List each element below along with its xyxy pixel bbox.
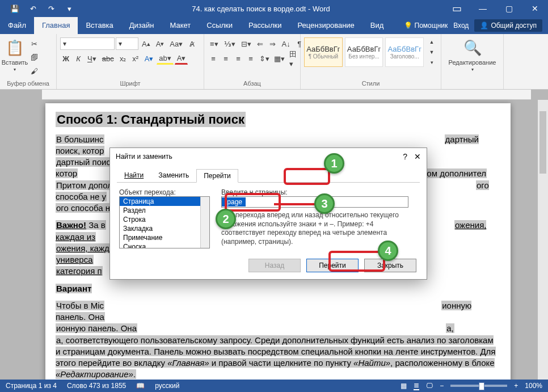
styles-scroll-down-icon[interactable]: ▼ — [426, 48, 437, 57]
tab-references[interactable]: Ссылки — [199, 17, 241, 34]
line-spacing-icon[interactable]: ⇕▾ — [258, 52, 271, 65]
status-language[interactable]: русский — [155, 382, 179, 390]
zoom-slider[interactable] — [450, 385, 507, 387]
tab-design[interactable]: Дизайн — [121, 17, 162, 34]
titlebar: 💾 ↶ ↷ ▾ 74. как сделать поиск в ворде.od… — [0, 0, 548, 17]
view-web-icon[interactable]: 🖵 — [426, 382, 433, 390]
dialog-close-icon[interactable]: ✕ — [414, 152, 421, 161]
bold-button[interactable]: Ж — [60, 52, 71, 65]
italic-button[interactable]: К — [73, 52, 84, 65]
dialog-titlebar[interactable]: Найти и заменить ? ✕ — [110, 148, 427, 165]
align-left-icon[interactable]: ≡ — [208, 52, 219, 65]
tab-home[interactable]: Главная — [34, 17, 78, 34]
qat-customize-icon[interactable]: ▾ — [60, 0, 78, 17]
sign-in[interactable]: Вход — [453, 22, 469, 29]
subscript-button[interactable]: x₂ — [117, 52, 129, 65]
style-nospacing[interactable]: АаБбВвГг Без интер... — [345, 37, 383, 67]
tab-view[interactable]: Вид — [362, 17, 392, 34]
styles-scroll-up-icon[interactable]: ▲ — [426, 37, 437, 47]
format-painter-icon[interactable]: 🖌 — [28, 65, 40, 77]
minimize-icon[interactable]: — — [470, 0, 496, 17]
status-words[interactable]: Слово 473 из 1855 — [67, 382, 126, 390]
close-icon[interactable]: ✕ — [522, 0, 548, 17]
font-size-combo[interactable]: ▾ — [116, 37, 138, 50]
dialog-tab-replace[interactable]: Заменить — [151, 168, 196, 182]
save-icon[interactable]: 💾 — [6, 0, 24, 17]
tab-insert[interactable]: Вставка — [78, 17, 121, 34]
ribbon-tabs: Файл Главная Вставка Дизайн Макет Ссылки… — [0, 17, 548, 34]
goto-button[interactable]: Перейти — [306, 259, 359, 272]
borders-icon[interactable]: 田▾ — [287, 52, 302, 65]
shading-icon[interactable]: ▦▾ — [272, 52, 286, 65]
ruler[interactable] — [42, 90, 531, 100]
clipboard-icon: 📋 — [6, 37, 24, 58]
ribbon-options-icon[interactable]: ▭ — [444, 0, 470, 17]
dialog-tab-goto[interactable]: Перейти — [196, 169, 238, 183]
multilevel-icon[interactable]: ⊟▾ — [239, 37, 254, 50]
underline-button[interactable]: Ч▾ — [85, 52, 99, 65]
redo-icon[interactable]: ↷ — [42, 0, 60, 17]
superscript-button[interactable]: x² — [130, 52, 141, 65]
dialog-tab-find[interactable]: Найти — [117, 168, 151, 182]
search-icon: 🔍 — [463, 37, 482, 58]
group-label-font: Шрифт — [60, 79, 200, 89]
editing-button[interactable]: 🔍 Редактирование▾ — [461, 37, 484, 75]
list-item[interactable]: Раздел — [120, 206, 209, 215]
dialog-help-icon[interactable]: ? — [403, 152, 407, 161]
numbering-icon[interactable]: ⅓▾ — [222, 37, 238, 50]
grow-font-icon[interactable]: A▴ — [140, 37, 153, 50]
tab-file[interactable]: Файл — [0, 17, 34, 34]
align-center-icon[interactable]: ≡ — [220, 52, 231, 65]
quick-access-toolbar: 💾 ↶ ↷ ▾ — [6, 0, 78, 17]
tab-layout[interactable]: Макет — [162, 17, 199, 34]
object-listbox[interactable]: Страница Раздел Строка Закладка Примечан… — [119, 196, 210, 248]
bullets-icon[interactable]: ≡▾ — [208, 37, 221, 50]
list-item[interactable]: Страница — [120, 197, 209, 206]
share-button[interactable]: 👤 Общий доступ — [474, 19, 542, 32]
highlight-button[interactable]: ab▾ — [157, 52, 173, 65]
indent-icon[interactable]: ⇒ — [267, 37, 279, 50]
view-read-icon[interactable]: ▦ — [401, 382, 407, 390]
text-effects-button[interactable]: A▾ — [142, 52, 156, 65]
view-print-icon[interactable]: ≣ — [414, 381, 419, 390]
tab-mailings[interactable]: Рассылки — [241, 17, 289, 34]
undo-icon[interactable]: ↶ — [24, 0, 42, 17]
back-button: Назад — [248, 259, 301, 272]
cut-icon[interactable]: ✂ — [28, 37, 40, 50]
doc-heading-1: Способ 1: Стандартный поиск — [56, 112, 246, 127]
list-item[interactable]: Сноска — [120, 242, 209, 248]
style-normal[interactable]: АаБбВвГг ¶ Обычный — [304, 37, 343, 67]
clear-formatting-icon[interactable]: A̷ — [186, 37, 197, 50]
vertical-scrollbar[interactable] — [538, 100, 548, 380]
group-label-styles: Стили — [304, 79, 437, 89]
font-color-button[interactable]: A▾ — [175, 52, 188, 65]
font-name-combo[interactable]: ▾ — [60, 37, 115, 50]
outdent-icon[interactable]: ⇐ — [255, 37, 266, 50]
strike-button[interactable]: abc — [100, 52, 116, 65]
justify-icon[interactable]: ≡ — [245, 52, 256, 65]
sort-icon[interactable]: A↓ — [280, 37, 293, 50]
tab-review[interactable]: Рецензирование — [289, 17, 362, 34]
zoom-out-icon[interactable]: − — [440, 382, 444, 390]
status-page[interactable]: Страница 1 из 4 — [6, 382, 57, 390]
list-item[interactable]: Закладка — [120, 224, 209, 233]
close-button[interactable]: Закрыть — [364, 259, 416, 272]
list-item[interactable]: Строка — [120, 215, 209, 224]
zoom-in-icon[interactable]: + — [514, 382, 518, 390]
style-heading1[interactable]: АаБбВвГг Заголово... — [385, 37, 424, 67]
doc-paragraph: Чтобы в Mic ионную панель. Она ионную па… — [56, 300, 500, 380]
paste-button[interactable]: 📋 Вставить▾ — [3, 37, 26, 75]
maximize-icon[interactable]: ▢ — [496, 0, 522, 17]
callout-3: 3 — [314, 193, 335, 214]
listbox-scrollbar[interactable] — [200, 197, 209, 248]
shrink-font-icon[interactable]: A▾ — [154, 37, 167, 50]
status-spellcheck-icon[interactable]: 📖 — [136, 382, 145, 390]
copy-icon[interactable]: 🗐 — [28, 51, 40, 64]
align-right-icon[interactable]: ≡ — [233, 52, 244, 65]
pagenum-label: Введите н страницы: — [221, 188, 288, 196]
styles-expand-icon[interactable]: ▾ — [426, 58, 437, 67]
list-item[interactable]: Примечание — [120, 233, 209, 242]
tell-me[interactable]: 💡 Помощник — [404, 22, 448, 29]
change-case-icon[interactable]: Aa▾ — [167, 37, 185, 50]
zoom-level[interactable]: 100% — [525, 382, 542, 390]
